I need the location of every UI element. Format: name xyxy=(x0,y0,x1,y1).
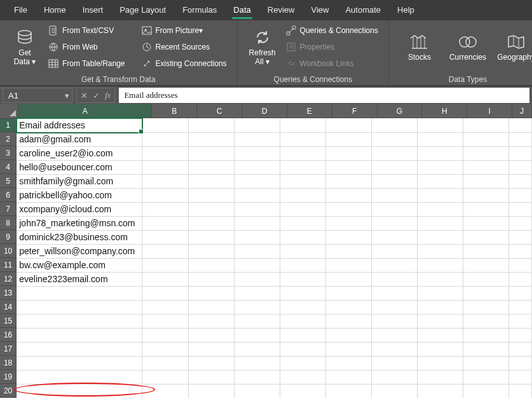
cell-B3[interactable] xyxy=(142,146,188,161)
cell-E17[interactable] xyxy=(280,342,326,357)
cell-H13[interactable] xyxy=(418,286,463,301)
cell-D9[interactable] xyxy=(235,230,280,245)
cell-I15[interactable] xyxy=(463,314,509,329)
cell-H1[interactable] xyxy=(418,118,463,133)
row-header-7[interactable]: 7 xyxy=(0,202,17,216)
cell-F7[interactable] xyxy=(326,202,372,217)
cancel-formula-icon[interactable]: ✕ xyxy=(81,91,88,100)
from-table-range-button[interactable]: From Table/Range xyxy=(44,56,129,71)
cell-F12[interactable] xyxy=(326,272,372,287)
cell-F3[interactable] xyxy=(326,146,372,161)
cell-G6[interactable] xyxy=(372,188,418,203)
cell-A20[interactable] xyxy=(17,384,142,398)
cell-I3[interactable] xyxy=(463,146,509,161)
geography-button[interactable]: Geography xyxy=(492,23,532,72)
cell-E19[interactable] xyxy=(280,370,326,384)
cell-F2[interactable] xyxy=(326,132,372,147)
cell-I20[interactable] xyxy=(463,384,509,398)
cell-E18[interactable] xyxy=(280,356,326,371)
cell-B10[interactable] xyxy=(142,244,188,259)
cell-C10[interactable] xyxy=(189,244,235,259)
cell-H20[interactable] xyxy=(418,384,463,398)
recent-sources-button[interactable]: Recent Sources xyxy=(138,39,231,55)
cell-J14[interactable] xyxy=(509,300,532,315)
cell-F17[interactable] xyxy=(326,342,372,357)
cell-I16[interactable] xyxy=(463,328,509,343)
row-header-14[interactable]: 14 xyxy=(0,300,17,314)
cell-G14[interactable] xyxy=(372,300,418,315)
cell-H8[interactable] xyxy=(418,216,463,231)
column-header-J[interactable]: J xyxy=(512,104,532,118)
cell-H19[interactable] xyxy=(418,370,463,384)
cell-D10[interactable] xyxy=(235,244,280,259)
cell-F8[interactable] xyxy=(326,216,372,231)
cell-I17[interactable] xyxy=(463,342,509,357)
cell-C19[interactable] xyxy=(189,370,235,384)
from-web-button[interactable]: From Web xyxy=(44,39,129,55)
cell-F4[interactable] xyxy=(326,160,372,175)
cell-J18[interactable] xyxy=(509,356,532,371)
cell-I6[interactable] xyxy=(463,188,509,203)
cell-C2[interactable] xyxy=(189,132,235,147)
cell-F16[interactable] xyxy=(326,328,372,343)
cell-A12[interactable]: eveline2323email.com xyxy=(17,272,142,287)
cell-F13[interactable] xyxy=(326,286,372,301)
cell-G3[interactable] xyxy=(372,146,418,161)
cell-F18[interactable] xyxy=(326,356,372,371)
row-header-11[interactable]: 11 xyxy=(0,258,17,272)
cell-F5[interactable] xyxy=(326,174,372,189)
cell-F11[interactable] xyxy=(326,258,372,273)
cell-F9[interactable] xyxy=(326,230,372,245)
cell-E4[interactable] xyxy=(280,160,326,175)
cell-A11[interactable]: bw.cw@example.com xyxy=(17,258,142,273)
tab-page-layout[interactable]: Page Layout xyxy=(112,0,174,20)
tab-help[interactable]: Help xyxy=(390,0,422,20)
cell-J8[interactable] xyxy=(509,216,532,231)
column-header-A[interactable]: A xyxy=(18,104,153,118)
row-header-8[interactable]: 8 xyxy=(0,216,17,230)
cell-I5[interactable] xyxy=(463,174,509,189)
cell-C18[interactable] xyxy=(189,356,235,371)
cell-F10[interactable] xyxy=(326,244,372,259)
column-header-E[interactable]: E xyxy=(287,104,332,118)
cell-C9[interactable] xyxy=(189,230,235,245)
cell-E11[interactable] xyxy=(280,258,326,273)
cell-H2[interactable] xyxy=(418,132,463,147)
cell-A7[interactable]: xcompany@icloud.com xyxy=(17,202,142,217)
row-header-2[interactable]: 2 xyxy=(0,132,17,146)
cell-B1[interactable] xyxy=(142,118,188,133)
cell-D16[interactable] xyxy=(235,328,280,343)
cell-H10[interactable] xyxy=(418,244,463,259)
row-header-9[interactable]: 9 xyxy=(0,230,17,244)
cell-C3[interactable] xyxy=(189,146,235,161)
row-header-4[interactable]: 4 xyxy=(0,160,17,174)
cell-E9[interactable] xyxy=(280,230,326,245)
cell-D20[interactable] xyxy=(235,384,280,398)
cell-H9[interactable] xyxy=(418,230,463,245)
cell-C12[interactable] xyxy=(189,272,235,287)
cell-A17[interactable] xyxy=(17,342,142,357)
cell-A18[interactable] xyxy=(17,356,142,371)
cell-J11[interactable] xyxy=(509,258,532,273)
cell-J1[interactable] xyxy=(509,118,532,133)
row-header-20[interactable]: 20 xyxy=(0,384,17,398)
cell-A19[interactable] xyxy=(17,370,142,384)
cell-F1[interactable] xyxy=(326,118,372,133)
cell-C15[interactable] xyxy=(189,314,235,329)
cell-E2[interactable] xyxy=(280,132,326,147)
cell-D6[interactable] xyxy=(235,188,280,203)
row-header-17[interactable]: 17 xyxy=(0,342,17,356)
cell-B18[interactable] xyxy=(142,356,188,371)
cell-J7[interactable] xyxy=(509,202,532,217)
row-header-13[interactable]: 13 xyxy=(0,286,17,300)
column-header-H[interactable]: H xyxy=(422,104,467,118)
row-header-1[interactable]: 1 xyxy=(0,118,17,132)
cell-A2[interactable]: adam@gmail.com xyxy=(17,132,142,147)
cell-G11[interactable] xyxy=(372,258,418,273)
cell-J15[interactable] xyxy=(509,314,532,329)
cell-B13[interactable] xyxy=(142,286,188,301)
cell-J19[interactable] xyxy=(509,370,532,384)
row-header-18[interactable]: 18 xyxy=(0,356,17,370)
tab-formulas[interactable]: Formulas xyxy=(175,0,224,20)
cell-I4[interactable] xyxy=(463,160,509,175)
